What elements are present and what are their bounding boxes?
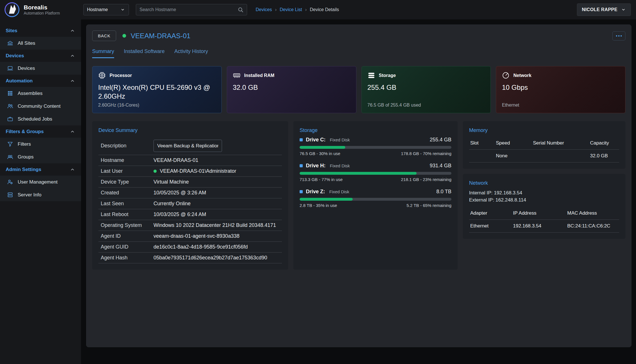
breadcrumb: Devices › Device List › Device Details — [256, 7, 339, 12]
nav-item-label: Assemblies — [18, 91, 43, 96]
row-label: Description — [101, 143, 154, 149]
col-mac-address: MAC Address — [567, 210, 618, 216]
storage-card: Storage 255.4 GB 76.5 GB of 255.4 GB use… — [362, 66, 491, 113]
server-info-icon — [7, 192, 13, 198]
description-input[interactable] — [154, 140, 222, 152]
nav-item-label: All Sites — [18, 40, 35, 46]
drive-remaining: 178.8 GB - 70% remaining — [401, 151, 451, 156]
more-options-button[interactable] — [612, 31, 625, 40]
tab-activity-history[interactable]: Activity History — [174, 48, 208, 58]
row-label: Operating System — [101, 222, 154, 228]
drive-head: Drive H: Fixed Disk 931.4 GB — [300, 163, 451, 169]
section-label: Automation — [6, 78, 33, 84]
sidebar-item-server-info[interactable]: Server Info — [0, 188, 81, 201]
groups-icon — [7, 154, 13, 160]
chevron-up-icon — [70, 53, 75, 59]
sidebar-item-all-sites[interactable]: All Sites — [0, 37, 81, 50]
chevron-up-icon — [70, 28, 75, 34]
sidebar: Sites All Sites Devices Devices — [0, 19, 81, 364]
sidebar-section-sites: Sites All Sites — [0, 25, 81, 50]
brand-subtitle: Automation Platform — [24, 11, 60, 15]
sidebar-item-assemblies[interactable]: Assemblies — [0, 87, 81, 100]
row-label: Device Type — [101, 179, 154, 185]
sidebar-item-groups[interactable]: Groups — [0, 151, 81, 163]
processor-footer: 2.60GHz (16-Cores) — [98, 103, 216, 108]
sidebar-section-devices-header[interactable]: Devices — [0, 50, 81, 62]
ram-value: 32.0 GB — [233, 83, 350, 92]
main-area: BACK VEEAM-DRAAS-01 Summary Installed So… — [81, 19, 636, 364]
network-panel: Network Internal IP: 192.168.3.54 Extern… — [463, 174, 625, 239]
tab-summary[interactable]: Summary — [92, 48, 114, 58]
sites-icon — [7, 40, 13, 46]
sidebar-section-sites-header[interactable]: Sites — [0, 25, 81, 37]
sidebar-section-admin-settings-header[interactable]: Admin Settings — [0, 163, 81, 176]
drive-head: Drive C: Fixed Disk 255.4 GB — [300, 137, 451, 143]
row-value: veeam-draas-01-agent-svc-8930a338 — [154, 233, 239, 239]
drive-used: 713.3 GB - 77% in use — [300, 177, 343, 182]
sidebar-item-community-content[interactable]: Community Content — [0, 100, 81, 113]
page-header: BACK VEEAM-DRAAS-01 — [92, 30, 625, 41]
table-row-last-reboot: Last Reboot 10/03/2025 @ 6:24 AM — [98, 209, 282, 220]
network-value: 10 Gbps — [502, 83, 619, 92]
breadcrumb-device-list[interactable]: Device List — [280, 7, 302, 12]
sidebar-item-devices[interactable]: Devices — [0, 62, 81, 75]
row-value: 10/05/2025 @ 3:26 AM — [154, 190, 206, 196]
back-button[interactable]: BACK — [92, 30, 116, 41]
installed-ram-card: Installed RAM 32.0 GB — [227, 66, 356, 113]
external-ip: External IP: 162.248.8.114 — [469, 197, 619, 204]
processor-value: Intel(R) Xeon(R) CPU E5-2690 v3 @ 2.60GH… — [98, 83, 216, 101]
drive-type: Fixed Disk — [329, 189, 349, 194]
memory-speed: None — [496, 153, 533, 159]
ellipsis-icon — [616, 35, 622, 37]
row-label: Agent ID — [101, 233, 154, 239]
sidebar-section-filters-groups-header[interactable]: Filters & Groups — [0, 125, 81, 138]
sidebar-section-automation-header[interactable]: Automation — [0, 75, 81, 87]
card-head: Network — [502, 72, 619, 79]
panels-row: Device Summary Description Hostname VEEA… — [92, 121, 625, 270]
last-user-value: VEEAM-DRAAS-01\Administrator — [160, 168, 236, 174]
sidebar-item-scheduled-jobs[interactable]: Scheduled Jobs — [0, 113, 81, 125]
card-label: Installed RAM — [244, 73, 274, 78]
row-value: Windows 10 2022 Datacenter 21H2 Build 20… — [154, 222, 276, 228]
sidebar-item-user-management[interactable]: User Management — [0, 176, 81, 188]
user-menu-button[interactable]: NICOLE RAPPE — [577, 3, 631, 16]
network-card: Network 10 Gbps Ethernet — [496, 66, 625, 113]
drive-size: 255.4 GB — [430, 137, 451, 143]
drive-h-block: Drive H: Fixed Disk 931.4 GB 713.3 GB - … — [300, 163, 451, 182]
drive-usage-fill — [300, 198, 353, 201]
row-label: Last Reboot — [101, 212, 154, 217]
stat-cards-row: Processor Intel(R) Xeon(R) CPU E5-2690 v… — [92, 66, 625, 113]
table-row-agent-guid: Agent GUID de16c0c1-8aa2-4d18-9585-9ce91… — [98, 242, 282, 253]
search-box[interactable] — [136, 4, 247, 15]
sidebar-item-filters[interactable]: Filters — [0, 138, 81, 151]
card-head: Storage — [368, 72, 485, 79]
nav-item-label: Groups — [18, 154, 34, 160]
drive-usage-bar — [300, 146, 451, 149]
row-label: Last User — [101, 168, 154, 174]
breadcrumb-separator: › — [305, 7, 306, 12]
drive-usage-bar — [300, 198, 451, 201]
section-label: Admin Settings — [6, 167, 41, 172]
topbar: Borealis Automation Platform Hostname De… — [0, 0, 636, 19]
chevron-down-icon — [120, 7, 125, 12]
hostname-filter-dropdown[interactable]: Hostname — [83, 4, 129, 15]
drive-size: 8.0 TB — [436, 189, 451, 195]
search-input[interactable] — [140, 7, 238, 12]
card-label: Network — [513, 73, 531, 78]
layout: Sites All Sites Devices Devices — [0, 19, 636, 364]
breadcrumb-devices[interactable]: Devices — [256, 7, 272, 12]
row-label: Agent Hash — [101, 255, 154, 261]
user-name: NICOLE RAPPE — [582, 7, 617, 12]
table-row-created: Created 10/05/2025 @ 3:26 AM — [98, 188, 282, 198]
processor-card: Processor Intel(R) Xeon(R) CPU E5-2690 v… — [92, 66, 222, 113]
hostname-filter-value: Hostname — [87, 7, 108, 12]
row-label: Agent GUID — [101, 244, 154, 250]
memory-table-row: None 32.0 GB — [469, 150, 619, 162]
tab-installed-software[interactable]: Installed Software — [124, 48, 165, 58]
adapter-name: Ethernet — [470, 223, 513, 229]
assemblies-icon — [7, 90, 13, 97]
ram-footer — [233, 103, 350, 108]
row-value: de16c0c1-8aa2-4d18-9585-9ce91cf056fd — [154, 244, 248, 250]
filters-icon — [7, 141, 13, 147]
section-label: Sites — [6, 28, 17, 34]
